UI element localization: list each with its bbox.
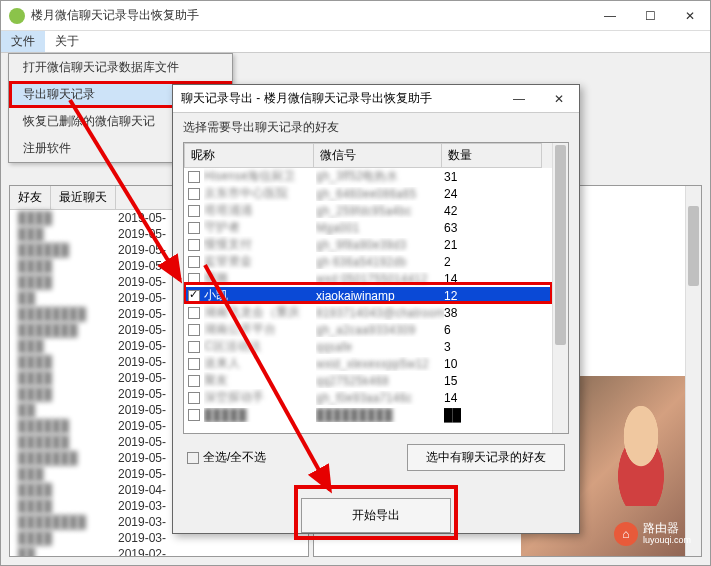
table-row[interactable]: 慢慢支付gh_9f8a90e39d321 [184,236,568,253]
col-lastchat[interactable]: 最近聊天 [51,186,116,209]
table-row[interactable]: 京东市中心医院gh_6460ee086a6524 [184,185,568,202]
row-checkbox[interactable] [188,222,200,234]
list-item[interactable]: ██2019-02- [10,546,308,557]
table-row[interactable]: 聚友qq27525k46815 [184,372,568,389]
window-buttons: — ☐ ✕ [590,2,710,30]
table-row[interactable]: Hisense海信厨卫gh_3ff52电热水31 [184,168,568,185]
export-list-header: 昵称 微信号 数量 [184,143,568,168]
dialog-titlebar: 聊天记录导出 - 楼月微信聊天记录导出恢复助手 — ✕ [173,85,579,113]
select-all-label: 全选/全不选 [203,449,266,466]
watermark: ⌂ 路由器 luyouqi.com [614,522,691,546]
row-checkbox[interactable] [188,324,200,336]
row-checkbox[interactable] [188,171,200,183]
export-rows: Hisense海信厨卫gh_3ff52电热水31京东市中心医院gh_6460ee… [184,168,568,423]
table-row[interactable]: 湖南飞龙会（重庆8193714043@chatroom38 [184,304,568,321]
row-checkbox[interactable] [188,239,200,251]
row-checkbox[interactable] [188,273,200,285]
select-with-history-button[interactable]: 选中有聊天记录的好友 [407,444,565,471]
watermark-icon: ⌂ [614,522,638,546]
menu-file[interactable]: 文件 [1,31,45,52]
row-checkbox[interactable] [188,392,200,404]
maximize-button[interactable]: ☐ [630,2,670,30]
table-row[interactable]: 塔塔涌涌gh_259fdc95a4bc42 [184,202,568,219]
table-row[interactable]: 深空探动手gh_f0e93aa7146c14 [184,389,568,406]
col-wxid[interactable]: 微信号 [314,143,442,168]
start-export-button[interactable]: 开始导出 [301,498,451,533]
table-row[interactable]: 湖南公开平台gh_a2caa93343096 [184,321,568,338]
row-checkbox[interactable] [188,205,200,217]
table-row[interactable]: C区活动法qqsafe3 [184,338,568,355]
row-checkbox[interactable] [188,409,200,421]
col-friend[interactable]: 好友 [10,186,51,209]
table-row[interactable]: 小凯xiaokaiwinamp12 [184,287,568,304]
table-row[interactable]: ████████████████ [184,406,568,423]
scrollbar[interactable] [685,186,701,556]
close-button[interactable]: ✕ [670,2,710,30]
dialog-options: 全选/全不选 选中有聊天记录的好友 [173,434,579,481]
app-icon [9,8,25,24]
table-row[interactable]: 视频wxd 050175501441214 [184,270,568,287]
row-checkbox[interactable] [188,341,200,353]
table-row[interactable]: 守护者Mga00163 [184,219,568,236]
col-nickname[interactable]: 昵称 [184,143,314,168]
minimize-button[interactable]: — [590,2,630,30]
select-all-checkbox[interactable]: 全选/全不选 [187,449,266,466]
scroll-thumb[interactable] [688,206,699,286]
dialog-title: 聊天记录导出 - 楼月微信聊天记录导出恢复助手 [181,90,499,107]
menu-open-db[interactable]: 打开微信聊天记录数据库文件 [9,54,232,81]
checkbox-icon [187,452,199,464]
export-dialog: 聊天记录导出 - 楼月微信聊天记录导出恢复助手 — ✕ 选择需要导出聊天记录的好… [172,84,580,534]
dialog-min[interactable]: — [499,85,539,113]
dialog-subtitle: 选择需要导出聊天记录的好友 [173,113,579,142]
export-button-highlight: 开始导出 [294,485,458,540]
dialog-close[interactable]: ✕ [539,85,579,113]
menu-bar: 文件 关于 [1,31,710,53]
export-list: 昵称 微信号 数量 Hisense海信厨卫gh_3ff52电热水31京东市中心医… [183,142,569,434]
row-checkbox[interactable] [188,307,200,319]
row-checkbox[interactable] [188,188,200,200]
list-scroll-thumb[interactable] [555,145,566,345]
window-title: 楼月微信聊天记录导出恢复助手 [31,7,590,24]
table-row[interactable]: 监管资金gh 636a54192db2 [184,253,568,270]
menu-about[interactable]: 关于 [45,31,89,52]
watermark-url: luyouqi.com [643,536,691,546]
row-checkbox[interactable] [188,358,200,370]
title-bar: 楼月微信聊天记录导出恢复助手 — ☐ ✕ [1,1,710,31]
row-checkbox[interactable] [188,256,200,268]
row-checkbox[interactable] [188,375,200,387]
row-checkbox[interactable] [188,290,200,302]
table-row[interactable]: 送来人wxid_xlexexxpp5w1210 [184,355,568,372]
list-scrollbar[interactable] [552,143,568,433]
col-count[interactable]: 数量 [442,143,542,168]
watermark-brand: 路由器 [643,522,691,535]
